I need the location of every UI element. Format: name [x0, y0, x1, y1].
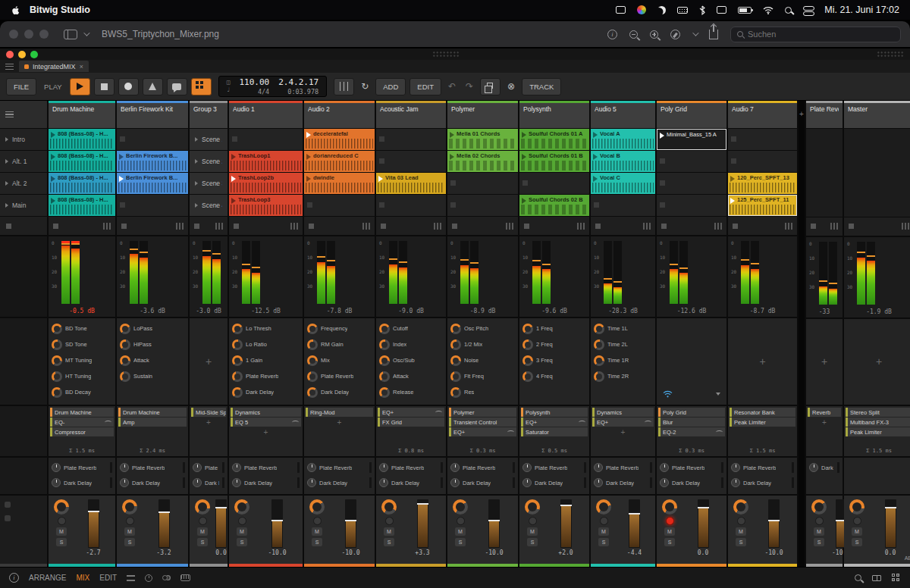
solo-button[interactable]: S — [736, 538, 746, 546]
device-item[interactable]: Dynamics — [592, 408, 654, 417]
clip-slot-empty[interactable] — [657, 173, 726, 194]
project-tab[interactable]: IntegratedMIX × — [19, 61, 89, 72]
device-item[interactable]: FX Grid — [378, 418, 444, 427]
spotlight-icon[interactable] — [785, 7, 792, 14]
clip[interactable]: 808 (Bass-08) - H... — [49, 129, 115, 150]
solo-button[interactable]: S — [814, 538, 824, 546]
volume-fader[interactable] — [488, 499, 500, 548]
track-header[interactable]: Drum Machine — [49, 101, 115, 128]
fader-handle[interactable] — [768, 520, 780, 521]
clip[interactable]: Berlin Firework B... — [117, 173, 188, 194]
clip[interactable]: Vita 03 Lead — [376, 173, 446, 194]
screen-mirror-icon[interactable] — [616, 6, 626, 14]
tempo-value[interactable]: 110.00 — [239, 77, 269, 87]
clip[interactable]: Mella 01 Chords — [447, 129, 518, 150]
macro-knob[interactable] — [307, 387, 318, 398]
automation-button[interactable] — [334, 78, 354, 95]
clip-slot-empty[interactable] — [447, 195, 518, 216]
fader-handle[interactable] — [345, 520, 356, 521]
device-item[interactable]: Polymer — [449, 408, 516, 417]
send-knob[interactable] — [594, 478, 603, 487]
clip[interactable]: dwindle — [304, 173, 375, 194]
volume-fader[interactable] — [271, 499, 283, 548]
mute-button[interactable]: M — [736, 527, 746, 536]
clip[interactable]: Soulful Chords 01 A — [519, 129, 589, 150]
macro-knob[interactable] — [594, 371, 604, 382]
focus-moon-icon[interactable] — [657, 6, 666, 14]
stop-clips-button[interactable] — [733, 224, 738, 229]
virtual-keyboard-icon[interactable] — [180, 574, 190, 581]
send-knob[interactable] — [120, 478, 129, 487]
send-knob[interactable] — [594, 463, 603, 472]
link-icon[interactable] — [162, 575, 168, 580]
fader-handle[interactable] — [215, 507, 227, 508]
device-item[interactable]: Blur — [658, 418, 725, 427]
device-item[interactable]: Dynamics — [231, 408, 301, 417]
macro-knob[interactable] — [307, 371, 318, 382]
mute-button[interactable]: M — [124, 527, 135, 536]
zoom-in-icon[interactable] — [650, 30, 658, 39]
macro-knob[interactable] — [307, 339, 318, 350]
add-device-button[interactable]: + — [191, 418, 226, 427]
clip[interactable]: 808 (Bass-08) - H... — [49, 173, 115, 194]
stop-clips-button[interactable] — [811, 224, 816, 229]
pan-knob[interactable] — [54, 499, 69, 514]
device-item[interactable]: Polysynth — [521, 408, 588, 417]
device-item[interactable]: Ring-Mod — [306, 408, 373, 417]
record-arm-button[interactable] — [238, 517, 246, 525]
record-arm-button[interactable] — [737, 517, 745, 525]
zoom-out-icon[interactable] — [629, 30, 638, 39]
active-app-name[interactable]: Bitwig Studio — [30, 5, 90, 15]
macro-knob[interactable] — [379, 324, 390, 334]
stop-clips-button[interactable] — [661, 224, 667, 229]
send-knob[interactable] — [450, 463, 460, 472]
volume-fader[interactable] — [417, 499, 428, 548]
macro-knob[interactable] — [120, 324, 130, 334]
macro-knob[interactable] — [450, 371, 461, 382]
pan-knob[interactable] — [381, 499, 397, 514]
mute-button[interactable]: M — [814, 527, 824, 536]
track-header[interactable]: Berlin Firework Kit — [117, 101, 188, 128]
clip-slot-empty[interactable] — [447, 173, 518, 194]
send-knob[interactable] — [232, 478, 241, 487]
macro-knob[interactable] — [379, 371, 390, 382]
close-window-button[interactable] — [6, 51, 14, 58]
device-item[interactable]: Stereo Split — [846, 408, 910, 417]
battery-icon[interactable] — [738, 7, 752, 14]
group-scene-slot[interactable]: Scene 2 — [190, 151, 228, 172]
send-knob[interactable] — [193, 478, 202, 487]
macro-knob[interactable] — [379, 355, 390, 366]
arrange-view-button[interactable]: ARRANGE — [29, 574, 66, 582]
clip-slot-empty[interactable] — [728, 129, 797, 150]
solo-button[interactable]: S — [664, 538, 675, 546]
fader-handle[interactable] — [560, 505, 572, 506]
clip-slot-empty[interactable] — [657, 151, 726, 172]
macro-knob[interactable] — [52, 339, 62, 350]
pan-knob[interactable] — [122, 499, 137, 514]
solo-button[interactable]: S — [598, 538, 609, 546]
solo-button[interactable]: S — [527, 538, 538, 546]
bluetooth-icon[interactable] — [699, 5, 705, 15]
fader-handle[interactable] — [88, 511, 99, 512]
send-knob[interactable] — [379, 478, 388, 487]
stop-clips-button[interactable] — [452, 224, 457, 229]
macro-knob[interactable] — [232, 387, 243, 398]
clip-launcher-toggle-button[interactable] — [191, 78, 212, 95]
macro-knob[interactable] — [522, 355, 533, 366]
clip[interactable]: 120_Perc_SPFT_13 — [728, 173, 797, 194]
panel-drag-handle[interactable] — [432, 51, 460, 58]
pan-knob[interactable] — [525, 499, 540, 514]
playhead-time-value[interactable]: 0:03.978 — [278, 88, 318, 95]
record-arm-button[interactable] — [666, 517, 674, 525]
clip[interactable]: Berlin Firework B... — [117, 151, 188, 172]
pan-knob[interactable] — [453, 499, 468, 514]
clip-slot-empty[interactable] — [376, 129, 446, 150]
chevron-down-icon[interactable] — [692, 30, 698, 36]
device-item[interactable]: EQ-2 — [658, 427, 725, 436]
solo-button[interactable]: S — [312, 538, 322, 546]
device-item[interactable]: Resonator Bank — [730, 408, 795, 417]
macro-knob[interactable] — [52, 324, 62, 334]
duplicate-button[interactable] — [480, 78, 500, 95]
play-button[interactable] — [70, 78, 90, 95]
solo-button[interactable]: S — [56, 538, 67, 546]
